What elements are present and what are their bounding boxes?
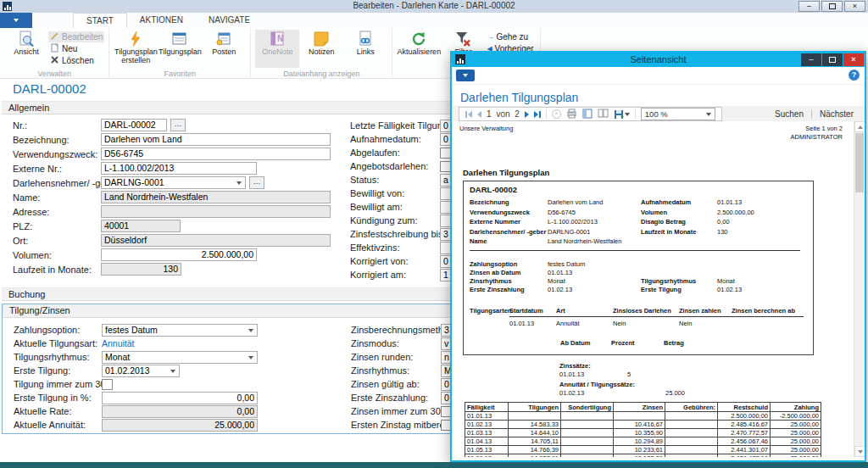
zoom-select[interactable]: 100 %	[641, 108, 715, 120]
scroll-up-icon[interactable]	[854, 121, 865, 132]
clear-filter-icon	[454, 31, 471, 47]
loan-number: DARL-00002	[470, 185, 517, 194]
field-aktuelle-rate: Aktuelle Rate: 0,00	[14, 404, 258, 418]
previous-page-icon[interactable]	[477, 111, 481, 118]
report-field-row: Erste Zinszahlung01.02.13Erste Tilgung01…	[470, 286, 808, 294]
application-menu-button[interactable]	[0, 13, 32, 28]
field-label: Zinsberechnungsmethode:	[351, 325, 441, 335]
chevron-down-icon	[463, 74, 468, 77]
gehe-zu-button[interactable]: → Gehe zu	[485, 31, 535, 42]
tilgungsart-link[interactable]: Annuität	[102, 338, 135, 348]
field-laufzeit: Laufzeit in Monate: 130	[13, 262, 331, 276]
field-zahlungsoption: Zahlungsoption: festes Datum	[14, 323, 258, 337]
report-title: Darlehen Tilgungsplan	[463, 168, 549, 177]
aktualisieren-button[interactable]: Aktualisieren	[397, 30, 441, 68]
loan-info-rows: BezeichnungDarlehen vom LandAufnahmedatu…	[470, 198, 808, 248]
posten-button[interactable]: Posten	[202, 30, 246, 68]
main-titlebar: Bearbeiten - Darlehen Karte - DARL-00002…	[0, 0, 868, 13]
search-button[interactable]: Suchen	[771, 109, 808, 119]
ribbon-tab-row: START AKTIONEN NAVIGATE	[0, 13, 868, 28]
field-name: Name: Land Nordrhein-Westfalen	[13, 190, 331, 204]
preview-maximize-icon[interactable]	[822, 53, 843, 66]
stop-icon[interactable]: ×	[552, 109, 561, 119]
field-label: Kündigung zum:	[350, 215, 440, 226]
adresse-input	[101, 205, 331, 218]
close-icon[interactable]: ×	[844, 1, 865, 12]
go-to-arrow-icon: →	[487, 33, 493, 41]
last-page-icon[interactable]	[534, 111, 541, 118]
preview-application-menu-button[interactable]	[456, 70, 475, 81]
bearbeiten-button[interactable]: Bearbeiten	[48, 31, 104, 42]
loeschen-button[interactable]: Löschen	[48, 55, 104, 66]
preview-scrollbar[interactable]	[854, 121, 865, 457]
tilgung-immer-30-checkbox[interactable]	[102, 379, 113, 390]
erste-tilgung-date-combo[interactable]: 01.02.2013	[102, 365, 180, 377]
scroll-down-icon[interactable]	[854, 446, 865, 457]
preview-close-icon[interactable]: ×	[843, 53, 864, 66]
externe-nr-input[interactable]: L-1.100.002/2013	[101, 162, 257, 175]
export-icon[interactable]	[614, 109, 630, 120]
neu-button[interactable]: Neu	[48, 43, 104, 54]
notizen-button[interactable]: Notizen	[299, 30, 343, 68]
schedule-row: 01.06.1314.827,9110.172,092.426.473,1625…	[465, 454, 821, 458]
page-title: DARL-00002	[13, 81, 86, 96]
darlehensnehmer-combo[interactable]: DARLNG-0001	[101, 176, 246, 189]
ansicht-button[interactable]: Ansicht	[4, 30, 48, 68]
new-page-icon	[50, 43, 59, 54]
tab-aktionen[interactable]: AKTIONEN	[127, 13, 196, 28]
ribbon-group-dateianhang: N OneNote Notizen Links Dateian	[251, 28, 392, 78]
assist-edit-icon[interactable]	[170, 119, 186, 131]
tab-start[interactable]: START	[73, 13, 127, 28]
report-field-row: BezeichnungDarlehen vom LandAufnahmedatu…	[470, 198, 808, 209]
allgemein-left-fields: Nr.: DARL-00002 Bezeichnung: Darlehen vo…	[13, 118, 331, 276]
field-label: Korrigiert von:	[350, 256, 440, 266]
minimize-icon[interactable]: –	[798, 1, 820, 12]
nr-input[interactable]: DARL-00002	[101, 119, 167, 131]
pencil-icon	[50, 31, 59, 42]
field-tilgung-immer-30: Tilgung immer zum 30.:	[14, 377, 258, 391]
svg-text:N: N	[277, 34, 283, 43]
ledger-entries-icon	[215, 31, 232, 47]
field-label: Zinsmodus:	[351, 338, 441, 348]
page-setup-icon[interactable]	[598, 109, 609, 120]
help-icon[interactable]: ?	[849, 70, 860, 81]
tilgungsplan-button[interactable]: Tilgungsplan	[158, 30, 202, 68]
links-button[interactable]: Links	[343, 30, 387, 68]
tilgungsplan-erstellen-button[interactable]: Tilgungsplan erstellen	[114, 30, 158, 68]
maximize-icon[interactable]	[821, 1, 843, 12]
name-input: Land Nordrhein-Westfalen	[101, 191, 331, 203]
main-window-title: Bearbeiten - Darlehen Karte - DARL-00002	[0, 1, 868, 10]
search-next-button[interactable]: Nächster	[815, 109, 858, 119]
field-label: Letzte Fälligkeit Tilgungsplan:	[350, 120, 440, 131]
field-bezeichnung: Bezeichnung: Darlehen vom Land	[13, 132, 331, 147]
lookup-icon[interactable]	[249, 176, 264, 189]
verwendungszweck-input[interactable]: D56-6745	[101, 148, 331, 160]
print-icon[interactable]	[566, 109, 577, 120]
field-label: Erste Zinszahlung:	[351, 393, 441, 403]
refresh-icon	[410, 31, 427, 47]
tilgungsrhythmus-combo[interactable]: Monat	[102, 351, 258, 364]
preview-minimize-icon[interactable]: –	[801, 53, 821, 66]
volumen-input[interactable]: 2.500.000,00	[101, 248, 257, 261]
bezeichnung-input[interactable]: Darlehen vom Land	[101, 133, 331, 146]
field-darlehensnehmer: Darlehensnehmer/ -geber: DARLNG-0001	[13, 176, 331, 190]
erste-tilgung-prozent-input[interactable]: 0,00	[102, 392, 258, 404]
current-page-input[interactable]: 1	[487, 109, 492, 119]
print-layout-icon[interactable]	[582, 109, 593, 120]
first-page-icon[interactable]	[465, 111, 472, 118]
report-field-row: NameLand Nordrhein-Westfalen	[470, 237, 808, 248]
onenote-button[interactable]: N OneNote	[255, 30, 299, 68]
note-icon	[313, 31, 330, 47]
next-page-icon[interactable]	[525, 111, 529, 118]
zahlungsoption-combo[interactable]: festes Datum	[102, 324, 258, 337]
group-label-dateianhang: Dateianhang anzeigen	[251, 70, 392, 78]
field-aktuelle-tilgungsart: Aktuelle Tilgungsart: Annuität	[14, 337, 258, 350]
field-tilgungsrhythmus: Tilgungsrhythmus: Monat	[14, 350, 258, 364]
chevron-down-icon	[625, 113, 630, 116]
field-label: Abgelaufen:	[350, 148, 440, 158]
tab-navigate[interactable]: NAVIGATE	[196, 13, 263, 28]
preview-titlebar: Seitenansicht – ×	[452, 53, 865, 67]
interest-rates-block: Zinssätze: 01.01.13 5 Annuität / Tilgung…	[559, 362, 746, 397]
scrollbar-thumb[interactable]	[855, 133, 864, 192]
taskbar[interactable]	[0, 462, 868, 468]
